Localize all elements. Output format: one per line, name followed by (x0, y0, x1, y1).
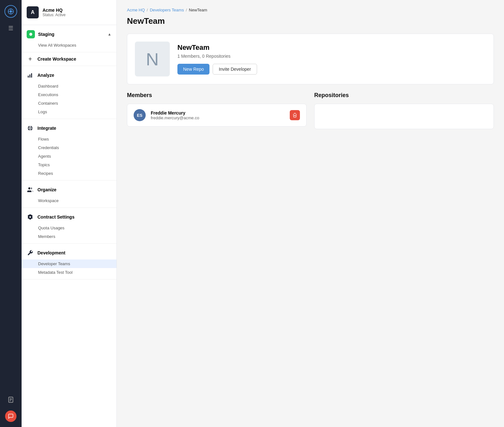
team-logo: N (135, 42, 170, 76)
logs-link[interactable]: Logs (22, 108, 116, 116)
breadcrumb-developers-teams[interactable]: Developers Teams (150, 8, 184, 12)
developer-teams-link[interactable]: Developer Teams (22, 259, 116, 268)
integrate-section: Integrate Flows Credentials Agents Topic… (22, 119, 116, 181)
breadcrumb-sep-1: / (147, 8, 148, 12)
sidebar: A Acme HQ Status: Active Staging ▲ View … (22, 0, 117, 427)
svg-point-16 (28, 187, 30, 190)
team-actions: New Repo Invite Developer (177, 64, 257, 75)
workspace-avatar: A (27, 6, 39, 18)
plus-icon: + (27, 56, 34, 62)
repositories-section: Repositories (314, 92, 494, 129)
members-link[interactable]: Members (22, 232, 116, 241)
credentials-link[interactable]: Credentials (22, 143, 116, 152)
svg-point-10 (29, 33, 32, 36)
member-name: Freddie Mercury (151, 110, 285, 115)
recipes-link[interactable]: Recipes (22, 169, 116, 178)
dashboard-link[interactable]: Dashboard (22, 82, 116, 90)
content-grid: Members ES Freddie Mercury freddie.mercu… (127, 92, 494, 129)
member-avatar: ES (134, 109, 146, 121)
team-name: NewTeam (177, 43, 257, 52)
development-nav-item[interactable]: Development (22, 246, 116, 259)
page-title: NewTeam (127, 16, 494, 26)
svg-rect-11 (28, 76, 29, 78)
organize-icon (27, 186, 34, 193)
development-icon (27, 249, 34, 256)
integrate-icon (27, 125, 34, 132)
create-workspace-item[interactable]: + Create Workspace (22, 52, 116, 66)
view-all-workspaces-link[interactable]: View All Workspaces (22, 41, 116, 49)
development-label: Development (37, 250, 65, 255)
document-icon-btn[interactable] (5, 394, 17, 405)
new-repo-button[interactable]: New Repo (177, 64, 209, 75)
workspace-status: Status: Active (43, 13, 66, 17)
member-card: ES Freddie Mercury freddie.mercury@acme.… (127, 104, 307, 127)
member-delete-button[interactable] (290, 110, 300, 120)
svg-point-17 (30, 216, 31, 218)
containers-link[interactable]: Containers (22, 99, 116, 108)
breadcrumb-acme-hq[interactable]: Acme HQ (127, 8, 145, 12)
workspace-link[interactable]: Workspace (22, 196, 116, 205)
create-workspace-label: Create Workspace (37, 56, 76, 62)
hamburger-menu[interactable]: ☰ (8, 25, 13, 31)
svg-rect-13 (31, 73, 32, 78)
svg-point-1 (10, 10, 12, 12)
staging-icon (27, 30, 35, 38)
contract-settings-icon (27, 214, 34, 220)
contract-settings-label: Contract Settings (37, 214, 75, 220)
integrate-nav-item[interactable]: Integrate (22, 122, 116, 135)
analyze-section: Analyze Dashboard Executions Containers … (22, 66, 116, 119)
workspace-name: Acme HQ (43, 8, 66, 13)
organize-label: Organize (37, 187, 56, 192)
svg-rect-12 (30, 75, 30, 78)
organize-section: Organize Workspace (22, 181, 116, 208)
contract-settings-section: Contract Settings Quota Usages Members (22, 208, 116, 244)
members-section-title: Members (127, 92, 307, 99)
app-logo[interactable] (4, 5, 17, 18)
breadcrumb-sep-2: / (186, 8, 187, 12)
team-card: N NewTeam 1 Members, 0 Repositories New … (127, 34, 494, 84)
icon-bar: ☰ (0, 0, 22, 427)
quota-usages-link[interactable]: Quota Usages (22, 224, 116, 232)
analyze-icon (27, 72, 34, 79)
member-info: Freddie Mercury freddie.mercury@acme.co (151, 110, 285, 120)
breadcrumb-current: NewTeam (189, 8, 207, 12)
development-section: Development Developer Teams Metadata Tes… (22, 244, 116, 279)
staging-label: Staging (38, 32, 54, 37)
main-content: Acme HQ / Developers Teams / NewTeam New… (117, 0, 504, 427)
members-section: Members ES Freddie Mercury freddie.mercu… (127, 92, 307, 129)
workspace-header: A Acme HQ Status: Active (22, 0, 116, 25)
team-meta: 1 Members, 0 Repositories (177, 54, 257, 59)
staging-header[interactable]: Staging ▲ (22, 28, 116, 41)
chat-icon-btn[interactable] (5, 411, 17, 422)
repositories-section-title: Repositories (314, 92, 494, 99)
flows-link[interactable]: Flows (22, 135, 116, 143)
integrate-label: Integrate (37, 126, 56, 131)
staging-chevron-icon: ▲ (108, 32, 111, 36)
workspace-info: Acme HQ Status: Active (43, 8, 66, 17)
invite-developer-button[interactable]: Invite Developer (213, 64, 257, 75)
team-info: NewTeam 1 Members, 0 Repositories New Re… (177, 43, 257, 75)
contract-settings-nav-item[interactable]: Contract Settings (22, 210, 116, 224)
analyze-label: Analyze (37, 73, 54, 78)
agents-link[interactable]: Agents (22, 152, 116, 161)
staging-section: Staging ▲ View All Workspaces (22, 25, 116, 52)
topics-link[interactable]: Topics (22, 161, 116, 169)
member-email: freddie.mercury@acme.co (151, 115, 285, 120)
breadcrumb: Acme HQ / Developers Teams / NewTeam (127, 8, 494, 12)
repo-list (314, 104, 494, 129)
executions-link[interactable]: Executions (22, 90, 116, 99)
analyze-nav-item[interactable]: Analyze (22, 69, 116, 82)
metadata-test-tool-link[interactable]: Metadata Test Tool (22, 268, 116, 277)
organize-nav-item[interactable]: Organize (22, 183, 116, 196)
